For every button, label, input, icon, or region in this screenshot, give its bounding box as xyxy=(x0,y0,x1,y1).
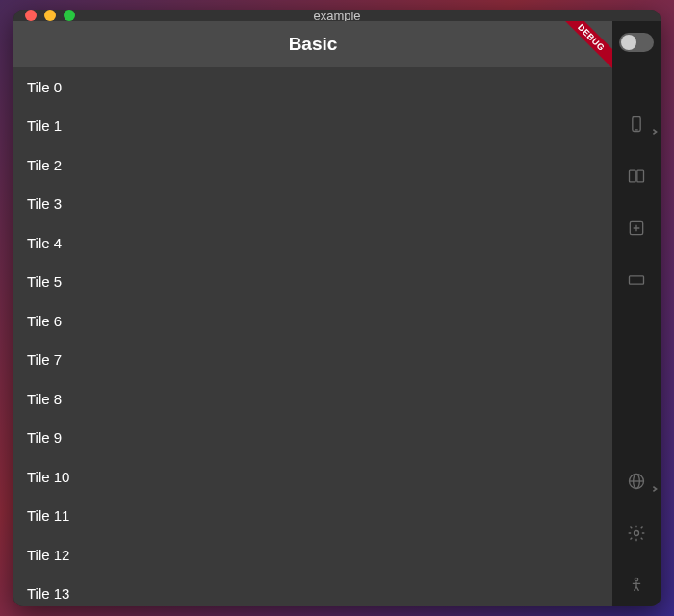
rail-item[interactable] xyxy=(612,152,661,204)
window-controls xyxy=(25,10,75,21)
list-item[interactable]: Tile 10 xyxy=(13,457,612,497)
list-item[interactable]: Tile 11 xyxy=(13,497,612,536)
list-item-label: Tile 2 xyxy=(27,157,62,173)
zoom-icon[interactable] xyxy=(64,10,75,21)
debug-banner: DEBUG xyxy=(558,21,612,75)
list-item-label: Tile 0 xyxy=(27,79,62,95)
close-icon[interactable] xyxy=(25,10,37,21)
app-main: Basic DEBUG Tile 0Tile 1Tile 2Tile 3Tile… xyxy=(13,21,612,606)
rail-item[interactable] xyxy=(612,256,661,308)
list-item-label: Tile 3 xyxy=(27,195,62,212)
svg-rect-2 xyxy=(630,170,636,182)
list-item[interactable]: Tile 2 xyxy=(13,145,612,185)
columns-icon xyxy=(627,167,646,190)
list-item-label: Tile 7 xyxy=(27,351,62,368)
rail-item[interactable] xyxy=(612,509,661,561)
rail-item[interactable] xyxy=(612,100,661,152)
list-item-label: Tile 10 xyxy=(27,469,69,485)
rail-item[interactable] xyxy=(612,561,661,606)
list-item[interactable]: Tile 8 xyxy=(13,379,612,419)
svg-point-14 xyxy=(635,531,639,536)
list-item[interactable]: Tile 7 xyxy=(13,341,612,380)
list-item-label: Tile 1 xyxy=(27,117,62,134)
chevron-right-icon xyxy=(651,479,659,487)
svg-rect-3 xyxy=(637,170,644,182)
globe-icon xyxy=(627,472,646,495)
list-item[interactable]: Tile 3 xyxy=(13,185,612,224)
list-item-label: Tile 5 xyxy=(27,273,62,290)
list-item[interactable]: Tile 0 xyxy=(13,67,612,107)
app-window: example Basic DEBUG Tile 0Tile 1Tile 2Ti… xyxy=(13,10,661,606)
list-item[interactable]: Tile 5 xyxy=(13,263,612,302)
list-item-label: Tile 8 xyxy=(27,391,62,407)
list-item-label: Tile 6 xyxy=(27,313,62,329)
rail-item[interactable] xyxy=(612,204,661,256)
list-item[interactable]: Tile 9 xyxy=(13,419,612,458)
device-icon xyxy=(627,115,646,138)
window-body: Basic DEBUG Tile 0Tile 1Tile 2Tile 3Tile… xyxy=(13,21,661,606)
accessibility-icon xyxy=(627,576,646,599)
list-item-label: Tile 11 xyxy=(27,507,69,524)
list-item-label: Tile 4 xyxy=(27,235,62,251)
svg-rect-7 xyxy=(630,276,644,284)
page-title: Basic xyxy=(289,34,338,55)
list-item[interactable]: Tile 1 xyxy=(13,107,612,146)
list-item[interactable]: Tile 6 xyxy=(13,301,612,341)
debug-label: DEBUG xyxy=(558,21,612,75)
toggle-knob xyxy=(621,35,636,50)
list-item[interactable]: Tile 12 xyxy=(13,535,612,575)
gear-icon xyxy=(627,524,646,547)
titlebar: example xyxy=(13,10,661,21)
chevron-right-icon xyxy=(651,122,659,130)
keyboard-icon xyxy=(627,270,646,294)
devtools-rail xyxy=(612,21,661,606)
list-item[interactable]: Tile 13 xyxy=(13,575,612,607)
list-item-label: Tile 13 xyxy=(27,585,69,602)
appbar: Basic DEBUG xyxy=(13,21,612,67)
list-item-label: Tile 12 xyxy=(27,547,69,563)
svg-point-15 xyxy=(635,578,637,581)
list-item-label: Tile 9 xyxy=(27,429,62,446)
minimize-icon[interactable] xyxy=(44,10,56,21)
theme-toggle[interactable] xyxy=(619,33,654,52)
grid-add-icon xyxy=(627,218,646,242)
rail-item[interactable] xyxy=(612,457,661,509)
list-item[interactable]: Tile 4 xyxy=(13,223,612,263)
tile-list[interactable]: Tile 0Tile 1Tile 2Tile 3Tile 4Tile 5Tile… xyxy=(13,67,612,606)
